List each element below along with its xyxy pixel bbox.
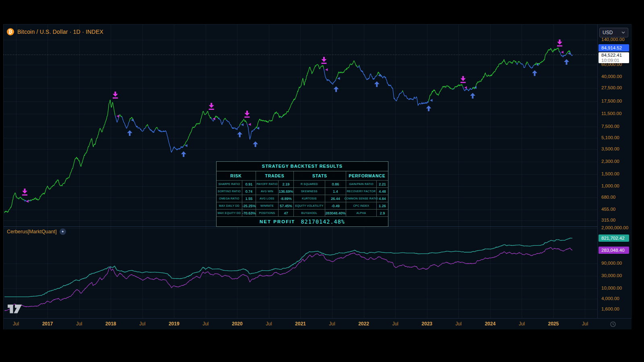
price-badge-line-value: 84,914.52: [599, 44, 629, 51]
backtest-metric-value: 0.91: [242, 181, 256, 188]
backtest-group-header: TRADES: [256, 171, 294, 181]
chart-window: ₿ Bitcoin / U.S. Dollar · 1D · INDEX Cer…: [3, 24, 632, 329]
backtest-metric-label: PAYOFF RATIO: [256, 181, 279, 188]
backtest-metric-value: 2.19: [279, 181, 294, 188]
time-axis-label: 2025: [541, 321, 566, 327]
backtest-metric-label: SKEWNESS: [294, 188, 325, 195]
sparkle-icon[interactable]: ✦: [60, 228, 66, 235]
price-axis-label: 455.00: [601, 207, 615, 212]
backtest-metric-label: CPC INDEX: [346, 202, 377, 210]
backtest-metric-label: EQUITY VOLATILITY: [294, 202, 325, 210]
backtest-metric-value: -0.49: [325, 202, 346, 210]
backtest-metric-value: 0.86: [325, 181, 346, 188]
backtest-metric-value: 4.84: [377, 195, 388, 202]
backtest-metric-value: -25.25%: [242, 202, 256, 210]
symbol-title[interactable]: Bitcoin / U.S. Dollar · 1D · INDEX: [17, 29, 103, 35]
backtest-metric-label: MAX EQUITY DD: [217, 210, 242, 217]
backtest-metric-label: MAX DAILY DD: [217, 202, 242, 210]
backtest-group-header: STATS: [294, 171, 346, 181]
time-axis-label: Jul: [257, 321, 281, 327]
backtest-metric-value: 47: [279, 210, 294, 217]
indicator-legend[interactable]: Cerberus[MarktQuant] ✦: [7, 228, 66, 235]
price-axis-label: 680.00: [601, 195, 615, 200]
currency-label: USD: [603, 30, 613, 35]
price-axis-label: 40,000.00: [601, 74, 622, 79]
time-axis-label: Jul: [4, 321, 28, 327]
price-axis-label: 17,500.00: [601, 99, 622, 103]
price-axis-label: 1,600.00: [601, 306, 619, 311]
backtest-metric-label: KURTOSIS: [294, 195, 325, 202]
backtest-metric-value: 57.45%: [279, 202, 294, 210]
price-axis-label: 90,000.00: [601, 261, 622, 265]
price-axis-label: 4,000.00: [601, 296, 619, 301]
price-axis-label: 1,000.00: [601, 183, 619, 188]
time-axis-label: Jul: [67, 321, 91, 327]
backtest-metric-label: COMMON SENSE RATIO: [346, 195, 377, 202]
time-axis-label: 2021: [288, 321, 312, 327]
time-axis-label: Jul: [383, 321, 407, 327]
time-axis-label: 2023: [415, 321, 439, 327]
backtest-metric-value: 1.4: [325, 188, 346, 195]
net-profit-row: NET PROFIT 82170142.48%: [217, 217, 388, 226]
price-axis-label: 27,500.00: [601, 85, 622, 90]
backtest-group-header: RISK: [217, 171, 256, 181]
backtest-metric-value: 2.21: [377, 181, 388, 188]
backtest-metric-value: 136.69%: [279, 188, 294, 195]
backtest-metric-label: ALPHA: [346, 210, 377, 217]
price-axis[interactable]: USD 84,914.52 84,522.41 10:09:01 821,702…: [597, 25, 632, 318]
price-axis-label: 2,300.00: [601, 159, 619, 164]
backtest-table-title: STRATEGY BACKTEST RESULTS: [217, 162, 388, 171]
backtest-metric-label: AVG LOSS: [256, 195, 279, 202]
backtest-metric-label: SORTINO RATIO: [217, 188, 242, 195]
net-profit-label: NET PROFIT: [260, 219, 295, 224]
price-axis-label: 11,500.00: [601, 111, 621, 116]
backtest-metric-value: -70.63%: [242, 210, 256, 217]
price-axis-label: 1,500.00: [601, 171, 619, 176]
time-axis[interactable]: Jul2017Jul2018Jul2019Jul2020Jul2021Jul20…: [4, 318, 632, 330]
backtest-metric-label: WINRATE: [256, 202, 279, 210]
time-axis-label: Jul: [194, 321, 218, 327]
price-axis-label: 5,100.00: [601, 135, 619, 140]
backtest-metric-label: SHARPE RATIO: [217, 181, 242, 188]
price-axis-label: 2,000,000.00: [601, 225, 628, 230]
backtest-metric-value: 4.48: [377, 188, 388, 195]
chevron-down-icon: [621, 31, 625, 34]
time-axis-label: Jul: [573, 321, 597, 327]
countdown-timer: 10:09:01: [601, 58, 629, 63]
tradingview-logo[interactable]: [8, 304, 22, 316]
backtest-metric-label: BUY&HODL: [294, 210, 325, 217]
backtest-metric-label: AVG WIN: [256, 188, 279, 195]
timezone-clock-icon[interactable]: [610, 321, 616, 327]
price-axis-label: 7,500.00: [601, 124, 619, 129]
backtest-metric-value: 1.26: [377, 202, 388, 210]
indicator-label[interactable]: Cerberus[MarktQuant]: [7, 229, 57, 234]
time-axis-label: 2019: [162, 321, 186, 327]
backtest-metric-label: RECOVERY FACTOR: [346, 188, 377, 195]
symbol-legend[interactable]: ₿ Bitcoin / U.S. Dollar · 1D · INDEX: [7, 28, 103, 35]
screen: ₿ Bitcoin / U.S. Dollar · 1D · INDEX Cer…: [0, 0, 644, 362]
backtest-group-header: PERFORMANCE: [346, 171, 388, 181]
time-axis-label: 2024: [478, 321, 502, 327]
backtest-metric-label: R SQUARED: [294, 181, 325, 188]
time-axis-label: Jul: [446, 321, 471, 327]
backtest-metric-value: 0.74: [242, 188, 256, 195]
price-axis-label: 315.00: [601, 218, 615, 222]
backtest-metric-value: -8.89%: [279, 195, 294, 202]
backtest-metric-label: GAIN/PAIN RATIO: [346, 181, 377, 188]
time-axis-label: Jul: [510, 321, 534, 327]
backtest-table-grid: RISKTRADESSTATSPERFORMANCESHARPE RATIO0.…: [217, 171, 388, 217]
time-axis-label: 2022: [352, 321, 376, 327]
net-profit-value: 82170142.48%: [301, 218, 345, 225]
backtest-results-table: STRATEGY BACKTEST RESULTS RISKTRADESSTAT…: [216, 161, 388, 227]
time-axis-label: Jul: [320, 321, 344, 327]
backtest-metric-value: 283048.40%: [325, 210, 346, 217]
time-axis-label: Jul: [130, 321, 155, 327]
time-axis-label: 2020: [225, 321, 249, 327]
price-axis-label: 10,000.00: [601, 286, 622, 290]
backtest-metric-value: 1.55: [242, 195, 256, 202]
backtest-metric-label: POSITIONS: [256, 210, 279, 217]
price-badge-last: 84,522.41 10:09:01: [599, 52, 629, 63]
currency-dropdown[interactable]: USD: [599, 28, 628, 37]
price-axis-label: 30,000.00: [601, 273, 622, 278]
equity-badge-strategy: 821,702.42: [599, 234, 629, 242]
